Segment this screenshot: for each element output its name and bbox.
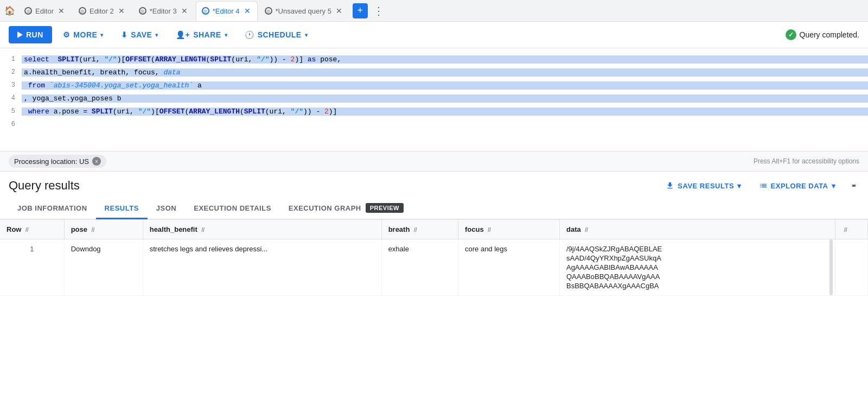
cell-breath: exhale (381, 239, 458, 296)
line-number-2: 2 (0, 68, 22, 76)
clock-icon: 🕐 (245, 30, 254, 39)
tab-close-editor4[interactable]: ✕ (243, 5, 252, 16)
status-check-icon: ✓ (786, 29, 796, 40)
col-header-focus: focus // (458, 220, 560, 239)
tab-execution-graph[interactable]: EXECUTION GRAPH PREVIEW (280, 198, 412, 220)
more-button[interactable]: ⚙ MORE ▾ (56, 26, 110, 43)
tab-editor1[interactable]: ◎ Editor ✕ (18, 1, 72, 21)
query-icon: ◎ (79, 7, 86, 15)
col-header-breath: breath // (381, 220, 458, 239)
processing-close-button[interactable]: × (92, 157, 101, 166)
data-line-4: QAAABoBBQABAAAAVgAAA (566, 273, 822, 281)
explore-data-button[interactable]: EXPLORE DATA ▾ (755, 178, 840, 193)
explore-data-caret: ▾ (832, 182, 836, 190)
table-header-row: Row // pose // health_benefit // breath … (0, 220, 868, 239)
col-header-data: data // (559, 220, 835, 239)
cell-focus: core and legs (458, 239, 560, 296)
col-header-health-benefit: health_benefit // (143, 220, 381, 239)
save-results-label: SAVE RESULTS (678, 182, 734, 190)
code-line-3: 3 from `abis-345004.yoga_set.yoga_health… (0, 79, 868, 92)
line-number-6: 6 (0, 121, 22, 128)
explore-data-label: EXPLORE DATA (771, 182, 828, 190)
tab-execution-details[interactable]: EXECUTION DETAILS (185, 199, 280, 219)
run-button[interactable]: RUN (9, 26, 52, 43)
tab-label: Editor (35, 7, 54, 15)
col-resize-extra[interactable]: // (844, 227, 847, 233)
cell-data: /9j/4AAQSkZJRgABAQEBLAE sAAD/4QyYRXhpZgA… (559, 239, 835, 296)
home-button[interactable]: 🏠 (2, 3, 17, 18)
query-icon: ◎ (139, 7, 146, 15)
status-text: Query completed. (800, 30, 860, 39)
results-actions: SAVE RESULTS ▾ EXPLORE DATA ▾ (661, 178, 859, 193)
query-status: ✓ Query completed. (786, 29, 860, 40)
schedule-button[interactable]: 🕐 SCHEDULE ▾ (238, 26, 314, 43)
processing-location-label: Processing location: US (14, 157, 89, 166)
tab-editor2[interactable]: ◎ Editor 2 ✕ (73, 1, 132, 21)
preview-badge: PREVIEW (366, 203, 404, 213)
tab-label: *Unsaved query 5 (276, 7, 331, 15)
cell-pose: Downdog (64, 239, 143, 296)
query-icon-active: ◎ (202, 7, 209, 15)
col-resize-focus[interactable]: // (488, 227, 491, 233)
cell-row-num: 1 (0, 239, 64, 296)
new-tab-button[interactable]: + (353, 3, 368, 18)
tab-close-unsaved5[interactable]: ✕ (335, 5, 343, 16)
schedule-label: SCHEDULE (258, 30, 302, 39)
line-number-3: 3 (0, 81, 22, 89)
save-results-caret: ▾ (737, 182, 742, 190)
save-button[interactable]: ⬇ SAVE ▾ (114, 26, 165, 43)
tab-close-editor3[interactable]: ✕ (180, 5, 189, 16)
code-editor[interactable]: 1 select SPLIT(uri, "/")[OFFSET(ARRAY_LE… (0, 48, 868, 151)
tab-json[interactable]: JSON (148, 199, 185, 219)
save-results-button[interactable]: SAVE RESULTS ▾ (661, 178, 745, 193)
toolbar: RUN ⚙ MORE ▾ ⬇ SAVE ▾ 👤+ SHARE ▾ 🕐 SCHED… (0, 22, 868, 48)
more-caret: ▾ (100, 32, 104, 38)
data-line-1: /9j/4AAQSkZJRgABAQEBLAE (566, 245, 822, 253)
col-header-row: Row // (0, 220, 64, 239)
code-line-4: 4 , yoga_set.yoga_poses b (0, 92, 868, 105)
tab-bar: 🏠 ◎ Editor ✕ ◎ Editor 2 ✕ ◎ *Editor 3 ✕ … (0, 0, 868, 22)
schedule-caret: ▾ (305, 32, 308, 38)
line-content-3: from `abis-345004.yoga_set.yoga_health` … (22, 81, 868, 90)
col-resize-health-benefit[interactable]: // (201, 227, 205, 233)
col-resize-data[interactable]: // (585, 227, 588, 233)
query-icon: ◎ (265, 7, 272, 15)
tab-close-editor1[interactable]: ✕ (57, 5, 66, 16)
explore-data-icon (759, 181, 768, 190)
data-scroll-indicator[interactable] (829, 239, 833, 295)
table-row: 1 Downdog stretches legs and relieves de… (0, 239, 868, 296)
col-header-extra: // (835, 220, 868, 239)
tab-job-information[interactable]: JOB INFORMATION (9, 199, 96, 219)
line-content-4: , yoga_set.yoga_poses b (22, 94, 868, 103)
line-content-2: a.health_benefit, breath, focus, data (22, 68, 868, 77)
run-label: RUN (26, 30, 43, 39)
tab-results[interactable]: RESULTS (96, 199, 148, 219)
tab-more-button[interactable]: ⋮ (371, 3, 386, 18)
play-icon (17, 31, 23, 38)
share-caret: ▾ (225, 32, 228, 38)
tab-label: *Editor 3 (150, 7, 177, 15)
share-button[interactable]: 👤+ SHARE ▾ (169, 26, 234, 43)
expand-collapse-button[interactable] (848, 180, 859, 191)
more-label: MORE (73, 30, 97, 39)
data-line-3: AgAAAAGABIBAwABAAAAA (566, 263, 822, 271)
tab-unsaved5[interactable]: ◎ *Unsaved query 5 ✕ (259, 1, 349, 21)
tab-label: Editor 2 (90, 7, 114, 15)
line-number-1: 1 (0, 55, 22, 63)
tab-editor4[interactable]: ◎ *Editor 4 ✕ (196, 1, 258, 21)
col-resize-row[interactable]: // (25, 227, 29, 233)
tab-editor3[interactable]: ◎ *Editor 3 ✕ (133, 1, 195, 21)
data-line-2: sAAD/4QyYRXhpZgAASUkqA (566, 254, 822, 262)
col-resize-pose[interactable]: // (92, 227, 95, 233)
accessibility-hint: Press Alt+F1 for accessibility options (754, 157, 859, 165)
query-icon: ◎ (24, 7, 32, 15)
line-number-5: 5 (0, 107, 22, 115)
line-content-1: select SPLIT(uri, "/")[OFFSET(ARRAY_LENG… (22, 55, 868, 64)
tab-close-editor2[interactable]: ✕ (117, 5, 126, 16)
share-label: SHARE (193, 30, 221, 39)
col-resize-breath[interactable]: // (414, 227, 417, 233)
cell-extra (835, 239, 868, 296)
results-table-container[interactable]: Row // pose // health_benefit // breath … (0, 220, 868, 296)
save-caret: ▾ (155, 32, 158, 38)
results-header: Query results SAVE RESULTS ▾ EXPLORE DAT… (0, 172, 868, 198)
